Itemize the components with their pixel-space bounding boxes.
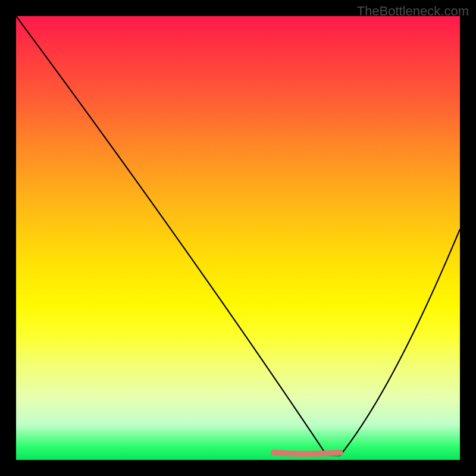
flat-region-marker	[274, 453, 340, 454]
chart-plot-area	[16, 16, 460, 460]
bottleneck-curve	[16, 16, 460, 456]
watermark-text: TheBottleneck.com	[357, 4, 469, 19]
chart-svg	[16, 16, 460, 460]
